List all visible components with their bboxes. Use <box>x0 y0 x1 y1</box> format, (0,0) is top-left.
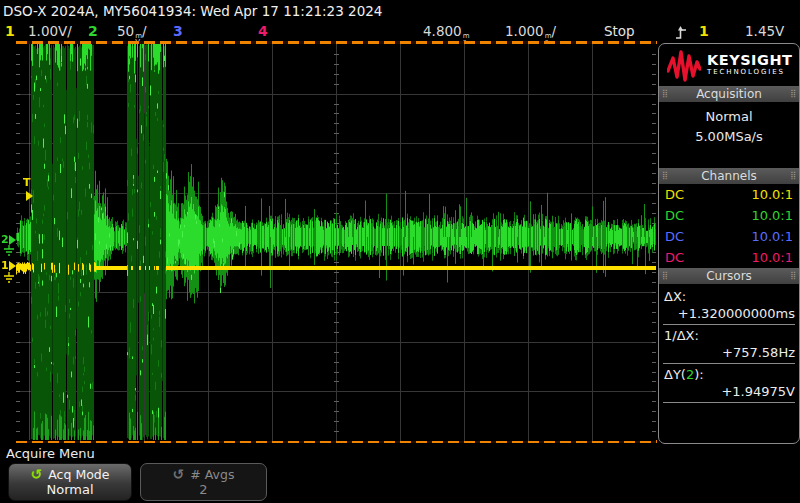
channel-row-2: DC 10.0:1 <box>659 205 799 226</box>
cursors-header[interactable]: ⣿ Cursors ⣿ <box>659 268 799 284</box>
timebase-value: 1.000 <box>505 23 544 39</box>
channel-2-ground-icon <box>3 245 15 256</box>
run-state: Stop <box>604 23 635 39</box>
channel-2-number[interactable]: 2 <box>88 23 98 39</box>
coupling-label: DC <box>665 229 684 244</box>
channel-1-ground-label[interactable]: 1 <box>1 260 9 271</box>
info-sidebar: KEYSIGHT TECHNOLOGIES ⣿ Acquisition ⣿ No… <box>658 43 800 444</box>
probe-ratio: 10.0:1 <box>751 250 793 265</box>
trigger-level-arrow[interactable] <box>26 191 33 201</box>
divider <box>663 363 795 364</box>
channels-header[interactable]: ⣿ Channels ⣿ <box>659 168 799 184</box>
trigger-slope-icon <box>674 25 688 41</box>
cycle-icon: ↺ <box>31 468 43 481</box>
inv-delta-x-label: 1/ΔX: <box>664 327 795 344</box>
probe-ratio: 10.0:1 <box>751 187 793 202</box>
channel-2-ground-label[interactable]: 2 <box>1 234 9 245</box>
waveform-display <box>16 44 656 441</box>
timebase-suffix: / <box>551 23 556 39</box>
channel-row-3: DC 10.0:1 <box>659 226 799 247</box>
acquisition-header[interactable]: ⣿ Acquisition ⣿ <box>659 86 799 102</box>
channel-2-ground-arrow[interactable] <box>9 235 16 245</box>
channel-1-scale[interactable]: 1.00V/ <box>28 23 72 39</box>
trigger-level[interactable]: 1.45V <box>745 23 784 39</box>
menu-title: Acquire Menu <box>6 446 95 461</box>
coupling-label: DC <box>665 187 684 202</box>
grip-icon: ⣿ <box>790 272 796 280</box>
trigger-source[interactable]: 1 <box>699 23 709 39</box>
acquisition-header-label: Acquisition <box>696 87 762 101</box>
acquisition-info: Normal 5.00MSa/s <box>659 102 799 168</box>
divider <box>663 324 795 325</box>
softkey-label: # Avgs <box>190 467 234 482</box>
probe-ratio: 10.0:1 <box>751 229 793 244</box>
softkey-value: 2 <box>141 482 266 497</box>
channels-info: DC 10.0:1 DC 10.0:1 DC 10.0:1 DC 10.0:1 <box>659 184 799 268</box>
divider <box>663 402 795 403</box>
coupling-label: DC <box>665 208 684 223</box>
grip-icon: ⣿ <box>790 90 796 98</box>
channel-4-number[interactable]: 4 <box>258 23 268 39</box>
channels-header-label: Channels <box>701 169 757 183</box>
trigger-level-label[interactable]: T <box>23 177 31 188</box>
inv-delta-x-value: +757.58Hz <box>663 344 795 361</box>
channel-3-number[interactable]: 3 <box>173 23 183 39</box>
sample-rate: 5.00MSa/s <box>659 128 799 146</box>
channel-1-number[interactable]: 1 <box>5 23 15 39</box>
grip-icon: ⣿ <box>662 272 668 280</box>
delta-y-value: +1.94975V <box>663 383 795 400</box>
softkey-acq-mode[interactable]: ↺ Acq Mode Normal <box>8 463 132 501</box>
grip-icon: ⣿ <box>662 90 668 98</box>
delta-x-value: +1.320000000ms <box>663 305 795 322</box>
instrument-title: DSO-X 2024A, MY56041934: Wed Apr 17 11:2… <box>3 3 382 19</box>
logo-brand: KEYSIGHT <box>707 53 792 68</box>
probe-ratio: 10.0:1 <box>751 208 793 223</box>
grip-icon: ⣿ <box>790 172 796 180</box>
grip-icon: ⣿ <box>662 172 668 180</box>
delay-value: 4.800 <box>423 23 462 39</box>
channel-2-scale-value: 50 <box>117 23 134 39</box>
channel-row-4: DC 10.0:1 <box>659 247 799 268</box>
cursors-header-label: Cursors <box>706 269 752 283</box>
acquisition-mode: Normal <box>659 108 799 126</box>
cursors-info: ΔX: +1.320000000ms 1/ΔX: +757.58Hz ΔY(2)… <box>659 284 799 443</box>
delta-y-label: ΔY(2): <box>664 366 795 383</box>
channel-1-ground-arrow[interactable] <box>9 261 16 271</box>
cycle-icon: ↺ <box>173 468 185 481</box>
channel-row-1: DC 10.0:1 <box>659 184 799 205</box>
softkey-value: Normal <box>9 482 131 497</box>
coupling-label: DC <box>665 250 684 265</box>
channel-2-scale-suffix: / <box>142 23 147 39</box>
delta-y-channel: 2 <box>686 367 694 382</box>
channel-1-ground-icon <box>3 272 15 283</box>
delta-x-label: ΔX: <box>664 288 795 305</box>
oscilloscope-screen: DSO-X 2024A, MY56041934: Wed Apr 17 11:2… <box>0 0 800 503</box>
keysight-spark-icon <box>667 48 701 82</box>
softkey-label: Acq Mode <box>48 467 109 482</box>
logo-sub: TECHNOLOGIES <box>707 68 792 77</box>
keysight-logo: KEYSIGHT TECHNOLOGIES <box>659 44 799 86</box>
softkey-num-avgs[interactable]: ↺ # Avgs 2 <box>140 463 267 501</box>
status-bar: 1 1.00V/ 2 50mV/ 3 4 4.800ms 1.000ms/ St… <box>0 22 800 42</box>
